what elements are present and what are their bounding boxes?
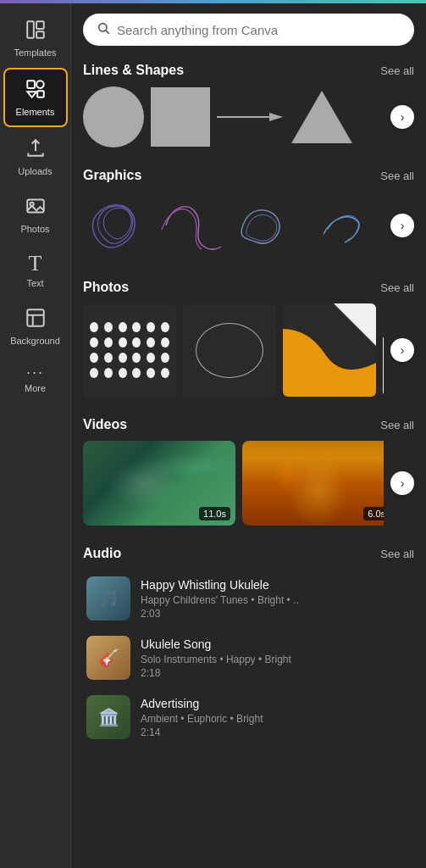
templates-label: Templates <box>14 47 56 58</box>
audio-info-2: Ukulele Song Solo Instruments • Happy • … <box>141 637 411 679</box>
video-aerial[interactable]: 11.0s <box>83 441 235 526</box>
graphic-item-3[interactable] <box>232 192 300 259</box>
shape-arrow[interactable] <box>217 108 285 125</box>
video-fire[interactable]: 6.0s <box>242 441 384 526</box>
photo-orange[interactable] <box>283 303 376 397</box>
more-label: More <box>25 383 46 393</box>
audio-item-2[interactable]: 🎸 Ukulele Song Solo Instruments • Happy … <box>83 629 414 687</box>
graphics-title: Graphics <box>83 168 141 183</box>
photos-see-all[interactable]: See all <box>380 281 414 294</box>
graphic-item-2[interactable] <box>158 192 225 259</box>
audio-section: Audio See all 🎵 Happy Whistling Ukulele … <box>83 546 414 746</box>
video-fire-thumb <box>242 441 384 526</box>
photos-section: Photos See all <box>83 280 414 397</box>
audio-info-3: Advertising Ambient • Euphoric • Bright … <box>141 697 411 738</box>
videos-next[interactable]: › <box>390 471 414 495</box>
audio-title-3: Advertising <box>141 697 411 710</box>
photo-oval[interactable] <box>183 303 276 397</box>
photos-next[interactable]: › <box>390 338 414 362</box>
photos-row: › <box>83 303 414 397</box>
lines-shapes-row: › <box>83 86 414 147</box>
svg-rect-1 <box>36 21 44 29</box>
lines-shapes-see-all[interactable]: See all <box>380 64 414 77</box>
lines-shapes-next[interactable]: › <box>390 105 414 129</box>
lines-shapes-items <box>83 86 384 147</box>
shape-square[interactable] <box>151 87 210 147</box>
lines-shapes-section: Lines & Shapes See all › <box>83 63 414 147</box>
audio-title-2: Ukulele Song <box>141 637 411 651</box>
uploads-label: Uploads <box>18 166 52 176</box>
photos-items <box>83 303 384 397</box>
audio-title: Audio <box>83 546 121 561</box>
templates-icon <box>25 19 47 44</box>
graphics-section: Graphics See all <box>83 168 414 259</box>
svg-line-12 <box>106 31 109 34</box>
audio-list: 🎵 Happy Whistling Ukulele Happy Children… <box>83 570 414 746</box>
sidebar-item-templates[interactable]: Templates <box>3 10 68 66</box>
audio-meta-2: Solo Instruments • Happy • Bright <box>141 654 411 665</box>
graphics-next[interactable]: › <box>390 214 414 237</box>
audio-title-1: Happy Whistling Ukulele <box>141 578 411 592</box>
svg-rect-2 <box>36 31 44 38</box>
svg-rect-8 <box>27 309 44 326</box>
svg-marker-14 <box>269 113 283 121</box>
more-icon: ··· <box>26 364 44 380</box>
sidebar-item-uploads[interactable]: Uploads <box>3 129 68 185</box>
shape-triangle[interactable] <box>291 91 352 143</box>
sidebar-item-photos[interactable]: Photos <box>3 186 68 242</box>
graphics-header: Graphics See all <box>83 168 414 183</box>
search-bar[interactable] <box>83 14 414 46</box>
sidebar-item-more[interactable]: ··· More <box>3 356 68 402</box>
sidebar-item-elements[interactable]: Elements <box>3 68 68 127</box>
audio-meta-1: Happy Childrens' Tunes • Bright • .. <box>141 594 411 606</box>
audio-item-3[interactable]: 🏛️ Advertising Ambient • Euphoric • Brig… <box>83 688 414 746</box>
svg-rect-3 <box>27 81 35 88</box>
audio-header: Audio See all <box>83 546 414 561</box>
audio-duration-1: 2:03 <box>141 608 411 620</box>
graphics-row: › <box>83 192 414 259</box>
svg-point-11 <box>99 24 107 31</box>
sidebar-item-background[interactable]: Background <box>3 298 68 354</box>
elements-label: Elements <box>16 107 55 117</box>
videos-see-all[interactable]: See all <box>380 419 414 431</box>
audio-item-1[interactable]: 🎵 Happy Whistling Ukulele Happy Children… <box>83 570 414 627</box>
text-icon: T <box>29 253 42 275</box>
search-icon <box>97 21 110 38</box>
videos-section: Videos See all 11.0s 6.0s › <box>83 417 414 526</box>
audio-meta-3: Ambient • Euphoric • Bright <box>141 713 411 725</box>
graphic-item-4[interactable] <box>307 192 374 259</box>
svg-point-4 <box>36 81 44 88</box>
photos-header: Photos See all <box>83 280 414 295</box>
svg-rect-5 <box>37 91 44 97</box>
videos-row: 11.0s 6.0s › <box>83 441 414 526</box>
graphic-item-1[interactable] <box>83 192 151 259</box>
lines-shapes-header: Lines & Shapes See all <box>83 63 414 78</box>
background-label: Background <box>10 336 60 346</box>
video-aerial-duration: 11.0s <box>199 507 230 520</box>
shape-circle[interactable] <box>83 86 144 147</box>
audio-thumb-2: 🎸 <box>86 636 130 680</box>
photos-title: Photos <box>83 280 129 295</box>
videos-title: Videos <box>83 417 127 432</box>
videos-header: Videos See all <box>83 417 414 432</box>
audio-duration-3: 2:14 <box>141 726 411 738</box>
text-label: Text <box>26 278 43 288</box>
oval-shape <box>196 323 263 378</box>
photos-label: Photos <box>20 224 49 234</box>
video-fire-duration: 6.0s <box>363 507 384 520</box>
audio-thumb-1: 🎵 <box>86 576 130 620</box>
svg-rect-0 <box>27 21 34 38</box>
background-icon <box>25 307 47 332</box>
sidebar-item-text[interactable]: T Text <box>3 244 68 297</box>
videos-items: 11.0s 6.0s <box>83 441 384 526</box>
graphics-items <box>83 192 384 259</box>
photo-white-partial[interactable] <box>383 303 384 397</box>
sidebar: Templates Elements Uploads <box>0 3 71 868</box>
graphics-see-all[interactable]: See all <box>380 170 414 182</box>
audio-duration-2: 2:18 <box>141 667 411 679</box>
main-panel: Lines & Shapes See all › Graphics See a <box>71 3 426 868</box>
audio-info-1: Happy Whistling Ukulele Happy Childrens'… <box>141 578 411 620</box>
audio-see-all[interactable]: See all <box>380 548 414 560</box>
search-input[interactable] <box>117 23 401 37</box>
photo-dots[interactable] <box>83 303 176 397</box>
